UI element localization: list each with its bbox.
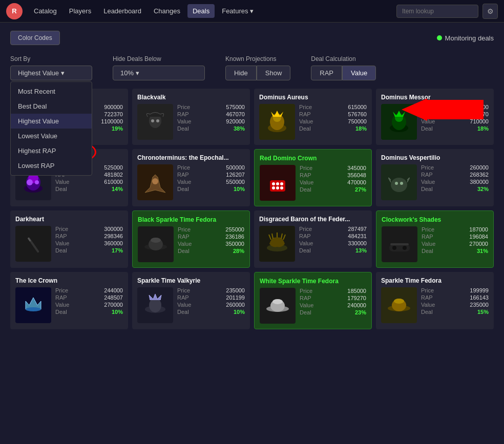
- known-projections-group: Known Projections Hide Show: [225, 55, 290, 80]
- card-item[interactable]: Dominus Vespertilio Price 260000 RAP 268…: [376, 149, 494, 206]
- nav-deals[interactable]: Deals: [187, 4, 215, 18]
- known-show-button[interactable]: Show: [257, 66, 291, 80]
- card-item[interactable]: Sparkle Time Valkyrie Price 235000 RAP 2…: [132, 272, 250, 329]
- rap-row: RAP 196084: [422, 234, 488, 240]
- card-stats: Price 500000 RAP 126207 Value 550000 Dea…: [177, 164, 245, 200]
- card-item[interactable]: Black Sparkle Time Fedora Price 255000 R…: [132, 210, 250, 268]
- svg-point-39: [26, 307, 41, 311]
- card-content: Price 287497 RAP 484231 Value 330000 Dea…: [259, 226, 367, 262]
- price-row: Price 260000: [421, 164, 489, 171]
- price-row: Price 615000: [299, 104, 367, 110]
- card-title: Red Domino Crown: [260, 155, 362, 162]
- rap-row: RAP 505070: [421, 111, 489, 117]
- card-item[interactable]: The Ice Crown Price 244000 RAP 248507 Va…: [10, 272, 128, 329]
- card-item[interactable]: Blackvalk Price 575000 RAP 467070 Value …: [132, 89, 250, 145]
- sort-option-highest-value[interactable]: Highest Value: [11, 114, 92, 129]
- card-item[interactable]: Darkheart Price 300000 RAP 298346 Value …: [10, 210, 128, 268]
- sort-option-lowest-value[interactable]: Lowest Value: [11, 129, 92, 143]
- card-stats: Price 615000 RAP 576760 Value 750000 Dea…: [299, 104, 367, 140]
- value-row: Value 920000: [177, 118, 245, 124]
- card-stats: Price 345000 RAP 356048 Value 470000 Dea…: [300, 165, 366, 201]
- deal-rap-button[interactable]: RAP: [311, 66, 342, 80]
- card-item[interactable]: Red Domino Crown Price 345000 RAP 356048…: [254, 149, 372, 206]
- card-item[interactable]: Sparkle Time Fedora Price 199999 RAP 166…: [376, 272, 494, 329]
- deal-row: Deal 38%: [177, 125, 245, 132]
- svg-point-22: [280, 182, 283, 185]
- svg-point-37: [392, 246, 396, 250]
- nav-leaderboard[interactable]: Leaderboard: [98, 4, 146, 18]
- value-row: Value 260000: [177, 302, 245, 308]
- svg-rect-19: [270, 180, 285, 192]
- sort-value: Highest Value ▾: [18, 69, 65, 77]
- deal-row: Deal 31%: [422, 248, 488, 254]
- sort-option-highest-rap[interactable]: Highest RAP: [11, 143, 92, 158]
- card-item[interactable]: White Sparkle Time Fedora Price 185000 R…: [254, 272, 372, 329]
- sort-by-dropdown[interactable]: Highest Value ▾: [10, 66, 92, 80]
- card-title: Dominus Vespertilio: [381, 154, 484, 161]
- gear-icon: ⚙: [487, 7, 494, 15]
- deal-row: Deal 13%: [299, 247, 367, 253]
- deal-row: Deal 10%: [177, 186, 245, 192]
- known-projections-buttons: Hide Show: [225, 66, 290, 80]
- hide-deals-dropdown[interactable]: 10% ▾: [113, 66, 205, 80]
- price-row: Price 300000: [55, 226, 123, 232]
- rap-row: RAP 576760: [299, 111, 367, 117]
- nav-players[interactable]: Players: [64, 4, 96, 18]
- nav-features[interactable]: Features ▾: [217, 4, 259, 18]
- card-stats: Price 187000 RAP 196084 Value 270000 Dea…: [422, 226, 488, 262]
- rap-row: RAP 201199: [177, 294, 245, 301]
- svg-point-28: [400, 182, 403, 185]
- monitoring-label: Monitoring deals: [445, 34, 494, 42]
- sort-option-best-deal[interactable]: Best Deal: [11, 99, 92, 114]
- card-stats: Price 585000 RAP 505070 Value 710000 Dea…: [421, 104, 489, 140]
- card-content: Price 244000 RAP 248507 Value 270000 Dea…: [15, 287, 123, 323]
- card-stats: Price 255000 RAP 236186 Value 350000 Dea…: [178, 226, 244, 262]
- card-item[interactable]: Dominus Messor Price 585000 RAP 505070 V…: [376, 89, 494, 145]
- monitoring-status: Monitoring deals: [437, 34, 494, 42]
- card-image: [15, 226, 51, 262]
- svg-point-16: [27, 179, 33, 185]
- nav-catalog[interactable]: Catalog: [29, 4, 62, 18]
- card-content: Price 255000 RAP 236186 Value 350000 Dea…: [138, 226, 244, 262]
- svg-point-18: [152, 178, 158, 184]
- rap-row: RAP 179270: [300, 295, 366, 301]
- card-title: Chronoterminus: the Epochal...: [137, 154, 240, 161]
- value-row: Value 470000: [300, 179, 366, 185]
- price-row: Price 187000: [422, 226, 488, 232]
- card-content: Price 199999 RAP 166143 Value 235000 Dea…: [381, 287, 489, 323]
- price-row: Price 500000: [177, 164, 245, 171]
- card-item[interactable]: Clockwork's Shades Price 187000 RAP 1960…: [376, 210, 494, 268]
- sort-by-label: Sort By: [10, 55, 92, 62]
- card-stats: Price 244000 RAP 248507 Value 270000 Dea…: [55, 287, 123, 323]
- deal-row: Deal 23%: [300, 309, 366, 315]
- price-row: Price 575000: [177, 104, 245, 110]
- svg-point-41: [149, 298, 161, 312]
- sort-option-most-recent[interactable]: Most Recent: [11, 84, 92, 99]
- rap-row: RAP 248507: [55, 294, 123, 301]
- card-item[interactable]: Dominus Aureus Price 615000 RAP 576760 V…: [254, 89, 372, 145]
- svg-point-47: [394, 299, 404, 304]
- settings-button[interactable]: ⚙: [482, 4, 498, 19]
- price-row: Price 287497: [299, 226, 367, 232]
- price-row: Price 199999: [421, 287, 489, 293]
- card-stats: Price 287497 RAP 484231 Value 330000 Dea…: [299, 226, 367, 262]
- sort-option-lowest-rap[interactable]: Lowest RAP: [11, 158, 92, 173]
- value-row: Value 550000: [177, 179, 245, 185]
- nav-changes[interactable]: Changes: [149, 4, 185, 18]
- card-content: Price 345000 RAP 356048 Value 470000 Dea…: [260, 165, 366, 201]
- card-image: [260, 165, 296, 201]
- color-codes-button[interactable]: Color Codes: [10, 31, 60, 45]
- deal-row: Deal 17%: [55, 247, 123, 253]
- card-stats: Price 199999 RAP 166143 Value 235000 Dea…: [421, 287, 489, 323]
- card-title: Sparkle Time Valkyrie: [137, 277, 240, 284]
- svg-point-25: [280, 186, 283, 189]
- known-hide-button[interactable]: Hide: [225, 66, 257, 80]
- search-input[interactable]: [396, 5, 478, 18]
- card-item[interactable]: Disgraced Baron of the Feder... Price 28…: [254, 210, 372, 268]
- card-image: [259, 226, 295, 262]
- deal-value-button[interactable]: Value: [342, 66, 376, 80]
- sort-dropdown-menu: Most Recent Best Deal Highest Value Lowe…: [10, 81, 92, 176]
- value-row: Value 380000: [421, 179, 489, 185]
- card-item[interactable]: Chronoterminus: the Epochal... Price 500…: [132, 149, 250, 206]
- card-image: [137, 104, 173, 140]
